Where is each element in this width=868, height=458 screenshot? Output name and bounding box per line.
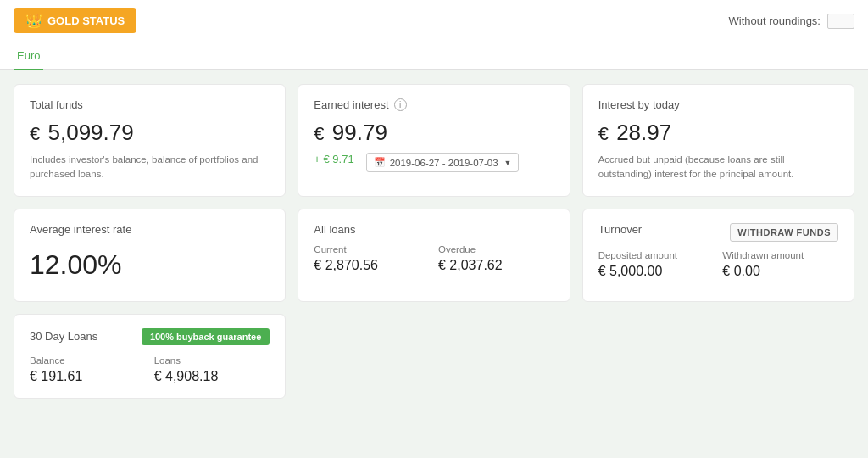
thirty-day-loans-amount: Loans € 4,908.18 <box>154 355 270 384</box>
withdraw-funds-button[interactable]: WITHDRAW FUNDS <box>730 223 838 242</box>
current-loans: Current € 2,870.56 <box>314 244 430 273</box>
overdue-label: Overdue <box>438 244 554 254</box>
date-range-picker[interactable]: 📅 2019-06-27 - 2019-07-03 ▼ <box>366 153 520 172</box>
turnover-title: Turnover <box>598 223 643 236</box>
loans-value: € 4,908.18 <box>154 369 270 384</box>
overdue-loans: Overdue € 2,037.62 <box>438 244 554 273</box>
turnover-header: Turnover WITHDRAW FUNDS <box>598 223 838 242</box>
thirty-day-balance: Balance € 191.61 <box>30 355 146 384</box>
tab-euro[interactable]: Euro <box>14 42 43 70</box>
thirty-day-grid: Balance € 191.61 Loans € 4,908.18 <box>30 355 270 384</box>
balance-label: Balance <box>30 355 146 366</box>
withdrawn-amount: Withdrawn amount € 0.00 <box>722 250 838 279</box>
without-roundings-section: Without roundings: <box>729 14 854 29</box>
avg-rate-title: Average interest rate <box>30 223 270 236</box>
deposited-value: € 5,000.00 <box>598 264 715 279</box>
without-roundings-label: Without roundings: <box>729 14 821 27</box>
loans-label: Loans <box>154 355 270 366</box>
card-turnover: Turnover WITHDRAW FUNDS Deposited amount… <box>582 209 854 302</box>
earned-interest-value: € 99.79 <box>314 120 554 146</box>
chevron-down-icon: ▼ <box>504 159 512 167</box>
card-earned-interest: Earned interest i € 99.79 + € 9.71 📅 201… <box>298 84 570 197</box>
card-total-funds: Total funds € 5,099.79 Includes investor… <box>14 84 286 197</box>
interest-today-desc: Accrued but unpaid (because loans are st… <box>598 153 838 182</box>
earned-interest-sub: + € 9.71 <box>314 153 353 165</box>
deposited-label: Deposited amount <box>598 250 715 260</box>
turnover-grid: Deposited amount € 5,000.00 Withdrawn am… <box>598 250 838 279</box>
top-bar: 👑 GOLD STATUS Without roundings: <box>0 0 868 42</box>
withdrawn-label: Withdrawn amount <box>722 250 838 260</box>
withdrawn-value: € 0.00 <box>722 264 838 279</box>
all-loans-title: All loans <box>314 223 554 236</box>
card-all-loans: All loans Current € 2,870.56 Overdue € 2… <box>298 209 570 302</box>
thirty-day-title: 30 Day Loans <box>30 330 97 343</box>
date-range-label: 2019-06-27 - 2019-07-03 <box>390 158 498 168</box>
loans-grid: Current € 2,870.56 Overdue € 2,037.62 <box>314 244 554 273</box>
roundings-toggle[interactable] <box>827 14 854 29</box>
crown-icon: 👑 <box>25 13 42 29</box>
calendar-icon: 📅 <box>374 157 386 168</box>
interest-today-title: Interest by today <box>598 98 838 111</box>
avg-rate-value: 12.00% <box>30 249 270 281</box>
gold-status-label: GOLD STATUS <box>47 14 125 27</box>
card-interest-today: Interest by today € 28.97 Accrued but un… <box>582 84 854 197</box>
total-funds-value: € 5,099.79 <box>30 120 270 146</box>
current-value: € 2,870.56 <box>314 258 430 273</box>
total-funds-desc: Includes investor's balance, balance of … <box>30 153 270 182</box>
total-funds-title: Total funds <box>30 98 270 111</box>
gold-status-badge: 👑 GOLD STATUS <box>14 8 136 33</box>
card-thirty-day-loans: 30 Day Loans 100% buyback guarantee Bala… <box>14 314 286 399</box>
overdue-value: € 2,037.62 <box>438 258 554 273</box>
buyback-guarantee-badge: 100% buyback guarantee <box>142 328 270 345</box>
balance-value: € 191.61 <box>30 369 146 384</box>
current-label: Current <box>314 244 430 254</box>
card-avg-rate: Average interest rate 12.00% <box>14 209 286 302</box>
interest-today-value: € 28.97 <box>598 120 838 146</box>
earned-interest-title: Earned interest i <box>314 98 554 111</box>
tab-bar: Euro <box>0 42 868 70</box>
info-icon: i <box>394 98 407 111</box>
deposited-amount: Deposited amount € 5,000.00 <box>598 250 715 279</box>
main-content: Total funds € 5,099.79 Includes investor… <box>0 70 868 412</box>
thirty-day-header: 30 Day Loans 100% buyback guarantee <box>30 328 270 345</box>
